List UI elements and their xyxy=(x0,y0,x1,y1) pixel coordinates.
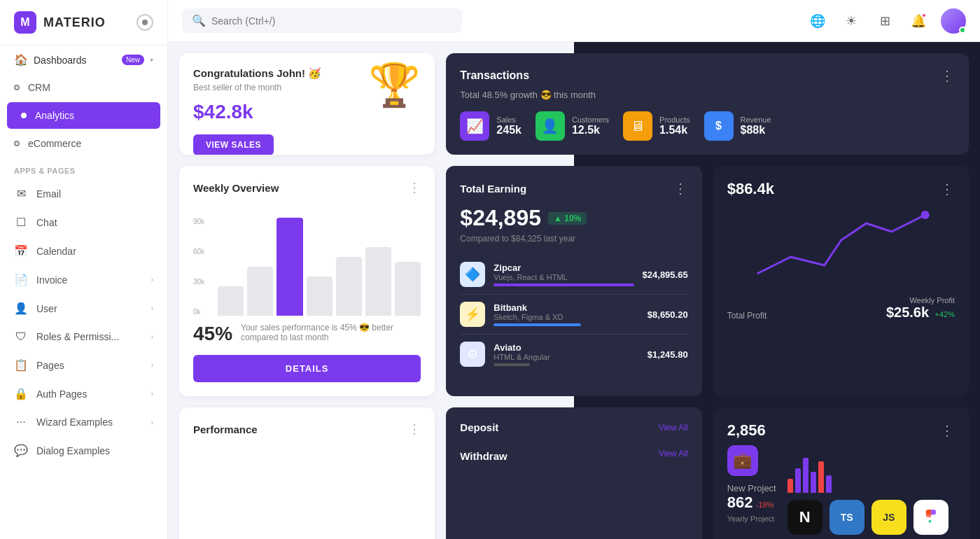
new-project-right: N TS JS xyxy=(788,445,948,535)
tech-logos: N TS JS xyxy=(788,500,948,535)
sidebar-item-invoice[interactable]: 📄 Invoice › xyxy=(0,265,167,294)
email-icon: ✉ xyxy=(14,187,28,200)
bar-4 xyxy=(307,276,332,316)
weekly-footer: 45% Your sales performance is 45% 😎 bett… xyxy=(193,323,421,345)
metric-sales: 📈 Sales 245k xyxy=(460,111,522,141)
avatar-wrapper xyxy=(941,8,966,34)
grid-icon[interactable]: ⊞ xyxy=(874,10,896,32)
bar-3 xyxy=(276,218,302,316)
transactions-subtitle: Total 48.5% growth 😎 this month xyxy=(460,90,955,100)
products-icon: 🖥 xyxy=(623,111,652,141)
zipcar-logo: 🔷 xyxy=(460,262,485,287)
chart-label-30k: 30k xyxy=(193,278,214,286)
performance-title: Performance xyxy=(193,424,258,435)
transactions-growth: Total 48.5% growth 😎 this month xyxy=(460,90,596,100)
sales-value: 245k xyxy=(496,124,522,136)
chevron-right-icon: › xyxy=(151,276,153,284)
withdraw-view-all[interactable]: View All xyxy=(659,449,688,458)
weekly-percentage: 45% xyxy=(193,323,232,345)
deposit-view-all[interactable]: View All xyxy=(659,423,688,433)
congrats-card: Congratulations John! 🥳 Best seller of t… xyxy=(179,53,435,155)
view-sales-button[interactable]: VIEW SALES xyxy=(193,134,274,155)
zipcar-bar xyxy=(493,284,634,286)
topbar: 🔍 🌐 ☀ ⊞ 🔔 xyxy=(168,0,980,42)
record-icon[interactable] xyxy=(136,14,153,31)
trophy-icon: 🏆 xyxy=(368,60,421,110)
sidebar-logo: M MATERIO xyxy=(0,0,167,46)
theme-icon[interactable]: ☀ xyxy=(840,10,862,32)
nav-label-dialog: Dialog Examples xyxy=(36,445,153,456)
earning-more-icon[interactable]: ⋮ xyxy=(673,180,688,197)
sidebar-item-dashboards[interactable]: 🏠 Dashboards New ▾ xyxy=(0,46,167,74)
notification-wrapper: 🔔 xyxy=(907,10,930,32)
nav-label-roles: Roles & Permissi... xyxy=(36,331,143,342)
sidebar-item-wizard[interactable]: ··· Wizard Examples › xyxy=(0,408,167,436)
search-input[interactable] xyxy=(211,15,452,27)
sidebar-item-calendar[interactable]: 📅 Calendar xyxy=(0,237,167,265)
notification-icon[interactable]: 🔔 xyxy=(907,10,930,32)
metric-customers-info: Customers 12.5k xyxy=(572,115,609,136)
weekly-title: Weekly Overview xyxy=(193,182,279,194)
sidebar-item-pages[interactable]: 📋 Pages › xyxy=(0,351,167,379)
transactions-more-icon[interactable]: ⋮ xyxy=(940,67,955,84)
new-project-value: 862 xyxy=(727,493,753,511)
bars-container xyxy=(218,218,421,316)
sidebar-item-user[interactable]: 👤 User › xyxy=(0,294,167,323)
weekly-overview-card: Weekly Overview ⋮ 90k 60k 30k 0k xyxy=(179,166,435,396)
earning-header: Total Earning ⋮ xyxy=(460,180,687,197)
performance-card: Performance ⋮ xyxy=(179,407,435,539)
profit-card: $86.4k ⋮ Total Profit xyxy=(713,166,969,396)
metric-products-info: Products 1.54k xyxy=(659,115,690,136)
transactions-title: Transactions xyxy=(460,69,529,82)
mini-bar-6 xyxy=(826,475,832,493)
notification-badge xyxy=(921,13,927,18)
chevron-right-icon-3: › xyxy=(151,333,153,341)
revenue-label: Revenue xyxy=(741,115,771,124)
deposit-card: Deposit View All Withdraw View All xyxy=(446,407,701,539)
zipcar-name: Zipcar xyxy=(493,262,634,273)
sidebar-item-dialog[interactable]: 💬 Dialog Examples xyxy=(0,436,167,465)
sidebar-item-roles[interactable]: 🛡 Roles & Permissi... › xyxy=(0,323,167,351)
bitbank-logo: ⚡ xyxy=(460,302,485,327)
details-button[interactable]: DETAILS xyxy=(193,355,421,382)
new-project-card: 2,856 ⋮ 💼 New Project 862 -18% Yearly Pr… xyxy=(713,407,969,539)
weekly-description: Your sales performance is 45% 😎 better c… xyxy=(241,323,421,342)
sidebar-item-email[interactable]: ✉ Email xyxy=(0,179,167,208)
chart-label-90k: 90k xyxy=(193,218,214,225)
bitbank-value: $8,650.20 xyxy=(648,309,688,320)
sidebar-item-chat[interactable]: ☐ Chat xyxy=(0,208,167,237)
search-box[interactable]: 🔍 xyxy=(182,8,462,33)
performance-header: Performance ⋮ xyxy=(193,421,421,437)
earning-item-aviato: ⚙ Aviato HTML & Angular $1,245.80 xyxy=(460,335,687,374)
customers-label: Customers xyxy=(572,115,609,124)
avatar-status xyxy=(959,27,966,34)
performance-more-icon[interactable]: ⋮ xyxy=(408,421,421,437)
metric-products: 🖥 Products 1.54k xyxy=(623,111,690,141)
chevron-down-icon: ▾ xyxy=(150,56,153,64)
sidebar-item-auth[interactable]: 🔒 Auth Pages › xyxy=(0,379,167,408)
sidebar-item-ecommerce[interactable]: eCommerce xyxy=(0,130,167,157)
weekly-more-icon[interactable]: ⋮ xyxy=(408,180,421,195)
new-project-left: 💼 New Project 862 -18% Yearly Project xyxy=(727,445,776,535)
profit-more-icon[interactable]: ⋮ xyxy=(940,181,955,197)
sidebar-item-analytics[interactable]: Analytics xyxy=(7,102,160,129)
new-project-more-icon[interactable]: ⋮ xyxy=(940,422,955,439)
earning-comparison: Compared to $84,325 last year xyxy=(460,234,687,244)
chevron-right-icon-2: › xyxy=(151,304,153,312)
revenue-value: $88k xyxy=(741,124,771,136)
mini-bar-1 xyxy=(788,479,793,493)
bar-1 xyxy=(218,286,244,316)
weekly-profit-badge: +42% xyxy=(935,310,955,318)
nav-label-analytics: Analytics xyxy=(35,110,146,121)
js-logo: JS xyxy=(872,500,906,535)
products-value: 1.54k xyxy=(659,124,690,136)
translate-icon[interactable]: 🌐 xyxy=(806,10,829,32)
aviato-info: Aviato HTML & Angular xyxy=(493,342,638,366)
weekly-profit-value: $25.6k xyxy=(886,304,929,320)
main-area: 🔍 🌐 ☀ ⊞ 🔔 Congratulations John! 🥳 B xyxy=(168,0,980,539)
nav-dot-crm xyxy=(14,85,20,90)
profit-main-value: $86.4k xyxy=(727,180,774,198)
nav-label-crm: CRM xyxy=(28,82,153,93)
sidebar-item-crm[interactable]: CRM xyxy=(0,74,167,101)
nav-label-wizard: Wizard Examples xyxy=(36,416,143,428)
